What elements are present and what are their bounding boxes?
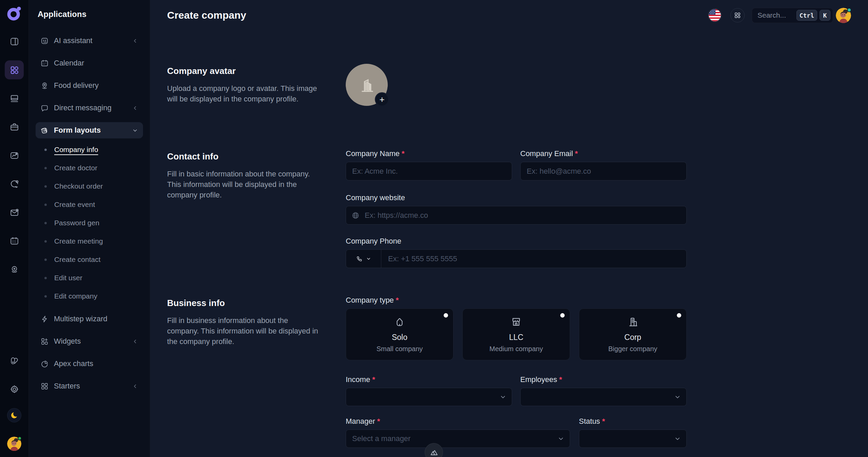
submenu-label: Create contact: [54, 255, 101, 264]
user-avatar[interactable]: [836, 8, 851, 23]
company-type-options: Solo Small company LLC Medium company: [346, 308, 687, 360]
required-asterisk: *: [402, 149, 405, 158]
brand-logo-icon: [6, 6, 22, 21]
submenu-item-create-event[interactable]: Create event: [36, 199, 143, 210]
sidebar-item-food-delivery[interactable]: Food delivery: [36, 77, 143, 94]
type-description: Bigger company: [608, 345, 658, 353]
company-website-input[interactable]: [346, 206, 687, 225]
briefcase-icon[interactable]: [7, 119, 22, 134]
submenu-item-edit-user[interactable]: Edit user: [36, 273, 143, 283]
calendar-rail-icon[interactable]: [7, 233, 22, 248]
sidebar-item-widgets[interactable]: Widgets: [36, 333, 143, 349]
brand-logo[interactable]: [0, 0, 28, 27]
chat-bubble-icon[interactable]: [7, 176, 22, 191]
sidebar-item-apex-charts[interactable]: Apex charts: [36, 356, 143, 372]
employees-select[interactable]: [520, 388, 687, 406]
submenu-item-edit-company[interactable]: Edit company: [36, 291, 143, 301]
radio-indicator: [444, 313, 448, 318]
main-header: Create company: [167, 0, 851, 28]
company-avatar-upload[interactable]: +: [346, 64, 388, 106]
submenu-label: Password gen: [54, 219, 99, 227]
submenu-item-create-doctor[interactable]: Create doctor: [36, 163, 143, 173]
chevron-left-icon: [132, 105, 138, 111]
type-name: LLC: [509, 333, 523, 342]
field-status: Status*: [579, 417, 687, 448]
manager-select[interactable]: Select a manager: [346, 430, 570, 448]
form-layouts-submenu: Company info Create doctor Checkout orde…: [36, 145, 143, 301]
section-intro: Business info Fill in business informati…: [167, 296, 346, 347]
field-company-name: Company Name*: [346, 149, 512, 180]
company-name-input[interactable]: [346, 162, 512, 180]
main-content: Create company: [150, 0, 868, 457]
panel-layout-icon[interactable]: [7, 34, 22, 49]
bullet-dot: [44, 277, 47, 279]
company-phone-input[interactable]: [381, 250, 686, 268]
income-select[interactable]: [346, 388, 512, 406]
submenu-item-create-meeting[interactable]: Create meeting: [36, 236, 143, 246]
sidebar-item-label: Starters: [54, 382, 132, 391]
sidebar-item-calendar[interactable]: Calendar: [36, 55, 143, 71]
rail-user-avatar[interactable]: [7, 437, 21, 451]
apps-grid-icon[interactable]: [5, 60, 24, 79]
section-intro: Contact info Fill in basic information a…: [167, 149, 346, 200]
submenu-item-create-contact[interactable]: Create contact: [36, 254, 143, 265]
kbd-k: K: [820, 10, 830, 21]
pie-chart-icon: [40, 360, 49, 368]
section-description: Upload a company logo or avatar. This im…: [167, 83, 320, 104]
submenu-label: Create doctor: [54, 164, 97, 172]
submenu-item-password-gen[interactable]: Password gen: [36, 218, 143, 228]
search-input[interactable]: Search... Ctrl K: [752, 8, 833, 23]
sidebar-item-form-layouts[interactable]: Form layouts: [36, 122, 143, 138]
section-title: Business info: [167, 298, 346, 308]
radio-indicator: [560, 313, 565, 318]
phone-country-select[interactable]: [346, 250, 381, 268]
status-select[interactable]: [579, 430, 687, 448]
plus-glyph: +: [379, 95, 384, 104]
required-asterisk: *: [602, 417, 605, 426]
company-type-card-llc[interactable]: LLC Medium company: [462, 308, 570, 360]
apps-launcher-button[interactable]: [730, 8, 745, 22]
sidebar-item-starters[interactable]: Starters: [36, 378, 143, 394]
section-title: Contact info: [167, 151, 346, 162]
type-name: Corp: [624, 333, 641, 342]
design-swatch-icon[interactable]: [7, 353, 22, 368]
section-intro: Company avatar Upload a company logo or …: [167, 64, 346, 104]
storefront-icon: [510, 316, 522, 329]
nuxt-logo-icon: [429, 448, 439, 457]
webcam-icon[interactable]: [7, 262, 22, 277]
bullet-dot: [44, 222, 47, 224]
submenu-label: Company info: [54, 146, 98, 154]
kbd-ctrl: Ctrl: [796, 10, 817, 21]
type-description: Small company: [377, 345, 423, 353]
type-description: Medium company: [489, 345, 543, 353]
sidebar-item-direct-messaging[interactable]: Direct messaging: [36, 100, 143, 116]
section-title: Company avatar: [167, 66, 346, 76]
theme-toggle-button[interactable]: [7, 408, 21, 422]
company-type-card-corp[interactable]: Corp Bigger company: [579, 308, 687, 360]
chevron-down-icon: [132, 127, 138, 134]
required-asterisk: *: [372, 375, 375, 384]
section-description: Fill in business information about the c…: [167, 315, 320, 347]
submenu-label: Create meeting: [54, 237, 103, 245]
panel-rows-icon[interactable]: [7, 91, 22, 106]
chevron-down-icon: [366, 256, 371, 261]
bullet-dot: [44, 259, 47, 261]
form-layouts-icon: [40, 126, 49, 135]
sidebar-item-multistep-wizard[interactable]: Multistep wizard: [36, 311, 143, 327]
mail-icon[interactable]: [7, 205, 22, 220]
avatar-add-button[interactable]: +: [375, 92, 389, 107]
submenu-item-checkout-order[interactable]: Checkout order: [36, 181, 143, 191]
settings-gear-icon[interactable]: [7, 382, 22, 397]
company-type-card-solo[interactable]: Solo Small company: [346, 308, 453, 360]
company-email-input[interactable]: [520, 162, 687, 180]
submenu-item-company-info[interactable]: Company info: [36, 145, 143, 155]
search-placeholder: Search...: [758, 11, 794, 19]
grid-icon: [734, 12, 741, 19]
analytics-image-icon[interactable]: [7, 148, 22, 163]
language-flag-button[interactable]: [708, 8, 722, 22]
sidebar-item-ai-assistant[interactable]: AI assistant: [36, 33, 143, 49]
type-name: Solo: [392, 333, 407, 342]
sidebar-item-label: Calendar: [54, 59, 138, 68]
chevron-down-icon: [500, 394, 506, 400]
required-asterisk: *: [575, 149, 578, 158]
